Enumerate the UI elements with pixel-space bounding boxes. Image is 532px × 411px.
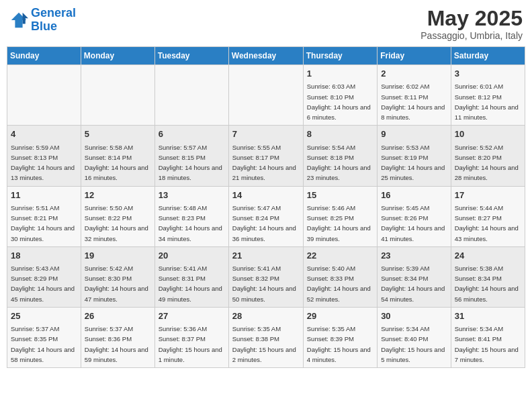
day-number: 21	[232, 250, 300, 262]
svg-marker-1	[23, 13, 28, 24]
day-info: Sunrise: 5:36 AMSunset: 8:37 PMDaylight:…	[159, 325, 222, 363]
day-number: 17	[455, 189, 521, 201]
calendar-cell: 24Sunrise: 5:38 AMSunset: 8:34 PMDayligh…	[451, 246, 525, 307]
month-year-title: May 2025	[420, 7, 523, 30]
day-number: 7	[232, 128, 300, 140]
weekday-header-sunday: Sunday	[7, 47, 81, 65]
calendar-cell: 4Sunrise: 5:59 AMSunset: 8:13 PMDaylight…	[7, 126, 81, 186]
day-info: Sunrise: 5:57 AMSunset: 8:15 PMDaylight:…	[159, 144, 222, 182]
day-number: 16	[381, 189, 447, 201]
day-info: Sunrise: 5:41 AMSunset: 8:32 PMDaylight:…	[232, 265, 296, 303]
calendar-cell: 5Sunrise: 5:58 AMSunset: 8:14 PMDaylight…	[81, 126, 154, 186]
calendar-cell: 12Sunrise: 5:50 AMSunset: 8:22 PMDayligh…	[81, 186, 154, 246]
calendar-cell: 7Sunrise: 5:55 AMSunset: 8:17 PMDaylight…	[228, 126, 303, 186]
day-info: Sunrise: 5:47 AMSunset: 8:24 PMDaylight:…	[232, 204, 296, 242]
calendar-cell: 10Sunrise: 5:52 AMSunset: 8:20 PMDayligh…	[451, 126, 525, 186]
calendar-cell: 20Sunrise: 5:41 AMSunset: 8:31 PMDayligh…	[154, 246, 228, 307]
day-info: Sunrise: 5:34 AMSunset: 8:41 PMDaylight:…	[455, 325, 519, 363]
calendar-cell: 6Sunrise: 5:57 AMSunset: 8:15 PMDaylight…	[154, 126, 228, 186]
calendar-cell	[228, 65, 303, 126]
day-number: 30	[381, 310, 447, 322]
weekday-header-thursday: Thursday	[303, 47, 377, 65]
calendar-cell: 14Sunrise: 5:47 AMSunset: 8:24 PMDayligh…	[228, 186, 303, 246]
calendar-cell: 18Sunrise: 5:43 AMSunset: 8:29 PMDayligh…	[7, 246, 81, 307]
calendar-week-row: 11Sunrise: 5:51 AMSunset: 8:21 PMDayligh…	[7, 186, 525, 246]
calendar-week-row: 18Sunrise: 5:43 AMSunset: 8:29 PMDayligh…	[7, 246, 525, 307]
logo-icon	[9, 11, 28, 30]
day-number: 12	[85, 189, 151, 201]
day-info: Sunrise: 5:34 AMSunset: 8:40 PMDaylight:…	[381, 325, 445, 363]
calendar-cell: 1Sunrise: 6:03 AMSunset: 8:10 PMDaylight…	[303, 65, 377, 126]
day-number: 14	[232, 189, 300, 201]
day-info: Sunrise: 5:45 AMSunset: 8:26 PMDaylight:…	[381, 204, 445, 242]
calendar-cell: 11Sunrise: 5:51 AMSunset: 8:21 PMDayligh…	[7, 186, 81, 246]
day-number: 4	[11, 128, 77, 140]
weekday-header-saturday: Saturday	[451, 47, 525, 65]
day-info: Sunrise: 5:59 AMSunset: 8:13 PMDaylight:…	[11, 144, 75, 182]
day-info: Sunrise: 5:42 AMSunset: 8:30 PMDaylight:…	[85, 265, 148, 303]
calendar-week-row: 4Sunrise: 5:59 AMSunset: 8:13 PMDaylight…	[7, 126, 525, 186]
calendar-cell: 17Sunrise: 5:44 AMSunset: 8:27 PMDayligh…	[451, 186, 525, 246]
weekday-header-friday: Friday	[378, 47, 451, 65]
weekday-header-row: SundayMondayTuesdayWednesdayThursdayFrid…	[7, 47, 525, 65]
day-number: 28	[232, 310, 300, 322]
day-info: Sunrise: 5:54 AMSunset: 8:18 PMDaylight:…	[307, 144, 371, 182]
day-number: 10	[455, 128, 521, 140]
day-number: 27	[159, 310, 225, 322]
calendar-cell: 29Sunrise: 5:35 AMSunset: 8:39 PMDayligh…	[303, 307, 377, 367]
calendar-cell: 9Sunrise: 5:53 AMSunset: 8:19 PMDaylight…	[378, 126, 451, 186]
day-number: 11	[11, 189, 77, 201]
day-info: Sunrise: 5:48 AMSunset: 8:23 PMDaylight:…	[159, 204, 222, 242]
day-info: Sunrise: 6:01 AMSunset: 8:12 PMDaylight:…	[455, 83, 519, 121]
day-number: 22	[307, 250, 373, 262]
calendar-cell: 28Sunrise: 5:35 AMSunset: 8:38 PMDayligh…	[228, 307, 303, 367]
calendar-cell: 16Sunrise: 5:45 AMSunset: 8:26 PMDayligh…	[378, 186, 451, 246]
day-info: Sunrise: 5:51 AMSunset: 8:21 PMDaylight:…	[11, 204, 75, 242]
calendar-cell	[81, 65, 154, 126]
day-info: Sunrise: 5:37 AMSunset: 8:35 PMDaylight:…	[11, 325, 75, 363]
calendar-cell	[154, 65, 228, 126]
day-info: Sunrise: 5:52 AMSunset: 8:20 PMDaylight:…	[455, 144, 519, 182]
day-info: Sunrise: 5:55 AMSunset: 8:17 PMDaylight:…	[232, 144, 296, 182]
day-number: 18	[11, 250, 77, 262]
day-number: 9	[381, 128, 447, 140]
day-info: Sunrise: 5:50 AMSunset: 8:22 PMDaylight:…	[85, 204, 148, 242]
calendar-cell: 8Sunrise: 5:54 AMSunset: 8:18 PMDaylight…	[303, 126, 377, 186]
weekday-header-wednesday: Wednesday	[228, 47, 303, 65]
calendar-cell	[7, 65, 81, 126]
day-number: 20	[159, 250, 225, 262]
day-number: 29	[307, 310, 373, 322]
day-info: Sunrise: 5:44 AMSunset: 8:27 PMDaylight:…	[455, 204, 519, 242]
calendar-cell: 3Sunrise: 6:01 AMSunset: 8:12 PMDaylight…	[451, 65, 525, 126]
day-number: 6	[159, 128, 225, 140]
day-info: Sunrise: 5:53 AMSunset: 8:19 PMDaylight:…	[381, 144, 445, 182]
calendar-cell: 25Sunrise: 5:37 AMSunset: 8:35 PMDayligh…	[7, 307, 81, 367]
day-number: 19	[85, 250, 151, 262]
day-info: Sunrise: 6:02 AMSunset: 8:11 PMDaylight:…	[381, 83, 445, 121]
calendar-cell: 15Sunrise: 5:46 AMSunset: 8:25 PMDayligh…	[303, 186, 377, 246]
calendar-cell: 19Sunrise: 5:42 AMSunset: 8:30 PMDayligh…	[81, 246, 154, 307]
day-number: 25	[11, 310, 77, 322]
day-info: Sunrise: 5:58 AMSunset: 8:14 PMDaylight:…	[85, 144, 148, 182]
day-number: 26	[85, 310, 151, 322]
calendar-cell: 13Sunrise: 5:48 AMSunset: 8:23 PMDayligh…	[154, 186, 228, 246]
day-info: Sunrise: 5:39 AMSunset: 8:34 PMDaylight:…	[381, 265, 445, 303]
day-number: 5	[85, 128, 151, 140]
calendar-table: SundayMondayTuesdayWednesdayThursdayFrid…	[7, 46, 525, 368]
day-number: 24	[455, 250, 521, 262]
day-info: Sunrise: 5:41 AMSunset: 8:31 PMDaylight:…	[159, 265, 222, 303]
day-info: Sunrise: 5:46 AMSunset: 8:25 PMDaylight:…	[307, 204, 371, 242]
weekday-header-tuesday: Tuesday	[154, 47, 228, 65]
calendar-cell: 30Sunrise: 5:34 AMSunset: 8:40 PMDayligh…	[378, 307, 451, 367]
day-info: Sunrise: 5:35 AMSunset: 8:38 PMDaylight:…	[232, 325, 296, 363]
day-info: Sunrise: 5:37 AMSunset: 8:36 PMDaylight:…	[85, 325, 148, 363]
calendar-cell: 2Sunrise: 6:02 AMSunset: 8:11 PMDaylight…	[378, 65, 451, 126]
day-info: Sunrise: 5:35 AMSunset: 8:39 PMDaylight:…	[307, 325, 371, 363]
day-number: 31	[455, 310, 521, 322]
calendar-cell: 27Sunrise: 5:36 AMSunset: 8:37 PMDayligh…	[154, 307, 228, 367]
calendar-cell: 23Sunrise: 5:39 AMSunset: 8:34 PMDayligh…	[378, 246, 451, 307]
day-info: Sunrise: 5:40 AMSunset: 8:33 PMDaylight:…	[307, 265, 371, 303]
day-info: Sunrise: 6:03 AMSunset: 8:10 PMDaylight:…	[307, 83, 371, 121]
weekday-header-monday: Monday	[81, 47, 154, 65]
day-number: 3	[455, 68, 521, 80]
